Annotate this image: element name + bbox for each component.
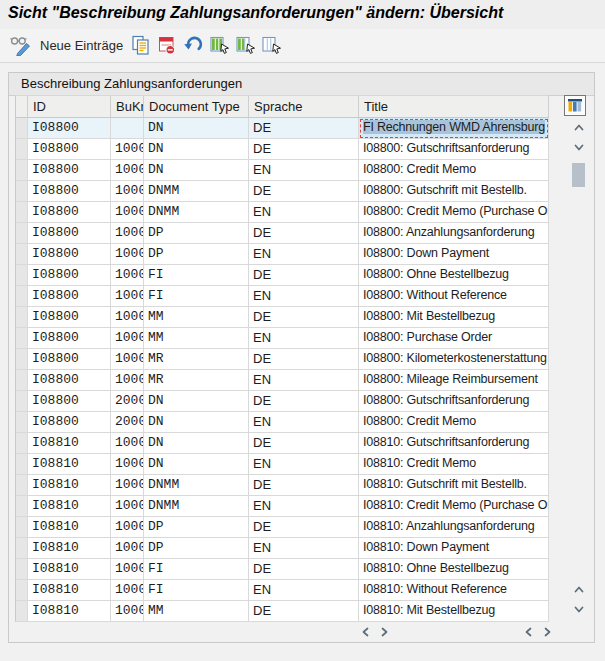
select-block-icon[interactable] <box>235 35 257 56</box>
cell-title[interactable]: I08800: Kilometerkostenerstattung <box>359 349 549 370</box>
cell-bukr[interactable]: 1000 <box>111 307 144 328</box>
cell-bukr[interactable]: 1000 <box>111 559 144 580</box>
cell-title[interactable]: I08800: Mit Bestellbezug <box>359 307 549 328</box>
cell-id[interactable]: I08810 <box>28 454 111 475</box>
cell-bukr[interactable]: 1000 <box>111 370 144 391</box>
cell-sprache[interactable]: DE <box>249 349 359 370</box>
cell-doc-type[interactable]: DP <box>144 223 249 244</box>
row-selector[interactable] <box>15 286 28 307</box>
cell-sprache[interactable]: DE <box>249 475 359 496</box>
column-header-bukr[interactable]: BuKr <box>111 95 144 118</box>
copy-as-icon[interactable] <box>131 35 153 56</box>
cell-title[interactable]: I08800: Anzahlungsanforderung <box>359 223 549 244</box>
row-selector[interactable] <box>15 496 28 517</box>
cell-doc-type[interactable]: FI <box>144 265 249 286</box>
table-row[interactable]: I08800 1000 DP DE I08800: Anzahlungsanfo… <box>15 223 549 244</box>
cell-id[interactable]: I08810 <box>28 580 111 601</box>
cell-bukr[interactable]: 1000 <box>111 223 144 244</box>
cell-bukr[interactable]: 1000 <box>111 265 144 286</box>
cell-id[interactable]: I08800 <box>28 412 111 433</box>
cell-doc-type[interactable]: FI <box>144 559 249 580</box>
table-row[interactable]: I08800 1000 DN DE I08800: Gutschriftsanf… <box>15 139 549 160</box>
cell-doc-type[interactable]: FI <box>144 580 249 601</box>
vertical-scrollbar[interactable] <box>570 119 589 622</box>
cell-doc-type[interactable]: DN <box>144 433 249 454</box>
cell-title[interactable]: I08800: Ohne Bestellbezug <box>359 265 549 286</box>
cell-sprache[interactable]: EN <box>249 328 359 349</box>
display-change-icon[interactable] <box>10 35 32 56</box>
cell-title[interactable]: FI Rechnungen WMD Ahrensburg <box>359 118 549 139</box>
table-row[interactable]: I08810 1000 DNMM EN I08810: Credit Memo … <box>15 496 549 517</box>
cell-id[interactable]: I08800 <box>28 181 111 202</box>
scroll-up-icon[interactable] <box>570 581 588 599</box>
scroll-left-icon[interactable] <box>520 623 537 640</box>
cell-sprache[interactable]: DE <box>249 517 359 538</box>
cell-bukr[interactable]: 1000 <box>111 496 144 517</box>
table-row[interactable]: I08810 1000 FI DE I08810: Ohne Bestellbe… <box>15 559 549 580</box>
cell-sprache[interactable]: EN <box>249 202 359 223</box>
cell-doc-type[interactable]: MM <box>144 307 249 328</box>
table-row[interactable]: I08800 1000 MR EN I08800: Mileage Reimbu… <box>15 370 549 391</box>
cell-title[interactable]: I08810: Gutschrift mit Bestellb. <box>359 475 549 496</box>
select-all-icon[interactable] <box>209 35 231 56</box>
cell-sprache[interactable]: DE <box>249 433 359 454</box>
cell-id[interactable]: I08810 <box>28 559 111 580</box>
cell-id[interactable]: I08810 <box>28 517 111 538</box>
row-selector[interactable] <box>15 307 28 328</box>
cell-doc-type[interactable]: DNMM <box>144 181 249 202</box>
vertical-scrollbar-thumb[interactable] <box>572 163 585 187</box>
row-selector[interactable] <box>15 475 28 496</box>
table-row[interactable]: I08800 1000 DP EN I08800: Down Payment <box>15 244 549 265</box>
cell-sprache[interactable]: EN <box>249 286 359 307</box>
row-selector[interactable] <box>15 160 28 181</box>
cell-title[interactable]: I08810: Ohne Bestellbezug <box>359 559 549 580</box>
cell-title[interactable]: I08800: Mileage Reimbursement <box>359 370 549 391</box>
row-selector[interactable] <box>15 538 28 559</box>
cell-bukr[interactable]: 2000 <box>111 412 144 433</box>
cell-title[interactable]: I08810: Credit Memo (Purchase Order) <box>359 496 549 517</box>
cell-doc-type[interactable]: DNMM <box>144 475 249 496</box>
cell-id[interactable]: I08800 <box>28 370 111 391</box>
cell-sprache[interactable]: DE <box>249 181 359 202</box>
cell-bukr[interactable]: 1000 <box>111 139 144 160</box>
table-row[interactable]: I08800 1000 MM EN I08800: Purchase Order <box>15 328 549 349</box>
table-row[interactable]: I08810 1000 DNMM DE I08810: Gutschrift m… <box>15 475 549 496</box>
cell-doc-type[interactable]: DN <box>144 454 249 475</box>
table-row[interactable]: I08810 1000 DN DE I08810: Gutschriftsanf… <box>15 433 549 454</box>
cell-sprache[interactable]: EN <box>249 454 359 475</box>
deselect-all-icon[interactable] <box>261 35 283 56</box>
cell-id[interactable]: I08810 <box>28 475 111 496</box>
table-row[interactable]: I08810 1000 MM DE I08810: Mit Bestellbez… <box>15 601 549 622</box>
cell-title[interactable]: I08800: Down Payment <box>359 244 549 265</box>
cell-doc-type[interactable]: DNMM <box>144 202 249 223</box>
cell-title[interactable]: I08800: Gutschriftsanforderung <box>359 139 549 160</box>
row-selector[interactable] <box>15 181 28 202</box>
cell-title[interactable]: I08810: Gutschriftsanforderung <box>359 433 549 454</box>
cell-doc-type[interactable]: DN <box>144 139 249 160</box>
cell-bukr[interactable]: 2000 <box>111 391 144 412</box>
cell-title[interactable]: I08800: Gutschrift mit Bestellb. <box>359 181 549 202</box>
row-selector[interactable] <box>15 559 28 580</box>
cell-title[interactable]: I08810: Mit Bestellbezug <box>359 601 549 622</box>
cell-title[interactable]: I08810: Credit Memo <box>359 454 549 475</box>
cell-sprache[interactable]: DE <box>249 391 359 412</box>
row-selector[interactable] <box>15 391 28 412</box>
cell-sprache[interactable]: DE <box>249 265 359 286</box>
scroll-left-icon[interactable] <box>357 623 374 640</box>
cell-bukr[interactable]: 1000 <box>111 244 144 265</box>
row-selector[interactable] <box>15 412 28 433</box>
cell-title[interactable]: I08800: Credit Memo <box>359 160 549 181</box>
column-header-selector[interactable] <box>15 95 28 118</box>
cell-bukr[interactable]: 1000 <box>111 328 144 349</box>
cell-id[interactable]: I08800 <box>28 349 111 370</box>
table-row[interactable]: I08800 1000 MR DE I08800: Kilometerkoste… <box>15 349 549 370</box>
cell-doc-type[interactable]: FI <box>144 286 249 307</box>
cell-doc-type[interactable]: DN <box>144 118 249 139</box>
scroll-up-icon[interactable] <box>570 119 588 137</box>
cell-id[interactable]: I08800 <box>28 391 111 412</box>
cell-bukr[interactable]: 1000 <box>111 517 144 538</box>
cell-title[interactable]: I08800: Without Reference <box>359 286 549 307</box>
table-settings-icon[interactable] <box>564 95 586 116</box>
table-row[interactable]: I08800 1000 FI DE I08800: Ohne Bestellbe… <box>15 265 549 286</box>
table-row[interactable]: I08810 1000 FI EN I08810: Without Refere… <box>15 580 549 601</box>
